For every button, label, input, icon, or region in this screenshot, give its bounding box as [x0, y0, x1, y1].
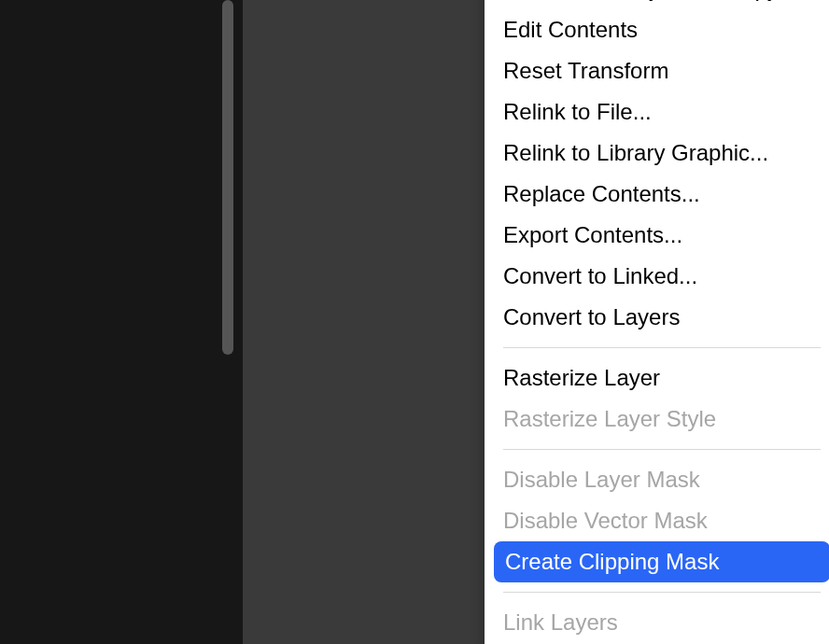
menu-rasterize-layer-style: Rasterize Layer Style: [485, 399, 829, 440]
menu-create-clipping-mask[interactable]: Create Clipping Mask: [494, 541, 829, 582]
menu-edit-contents[interactable]: Edit Contents: [485, 9, 829, 50]
menu-rasterize-layer[interactable]: Rasterize Layer: [485, 357, 829, 399]
menu-separator: [503, 592, 821, 593]
menu-separator: [503, 347, 821, 348]
menu-new-smart-object-via-copy[interactable]: New Smart Object via Copy: [485, 0, 829, 9]
menu-disable-layer-mask: Disable Layer Mask: [485, 459, 829, 500]
menu-separator: [503, 449, 821, 450]
menu-export-contents[interactable]: Export Contents...: [485, 215, 829, 256]
canvas-area[interactable]: [0, 0, 218, 644]
menu-disable-vector-mask: Disable Vector Mask: [485, 500, 829, 541]
menu-relink-to-library-graphic[interactable]: Relink to Library Graphic...: [485, 133, 829, 174]
menu-replace-contents[interactable]: Replace Contents...: [485, 174, 829, 215]
menu-convert-to-linked[interactable]: Convert to Linked...: [485, 256, 829, 297]
menu-reset-transform[interactable]: Reset Transform: [485, 50, 829, 91]
menu-link-layers: Link Layers: [485, 602, 829, 643]
menu-relink-to-file[interactable]: Relink to File...: [485, 91, 829, 133]
menu-convert-to-layers[interactable]: Convert to Layers: [485, 297, 829, 338]
vertical-scrollbar[interactable]: [222, 0, 233, 355]
layer-context-menu: New Smart Object via Copy Edit Contents …: [485, 0, 829, 644]
